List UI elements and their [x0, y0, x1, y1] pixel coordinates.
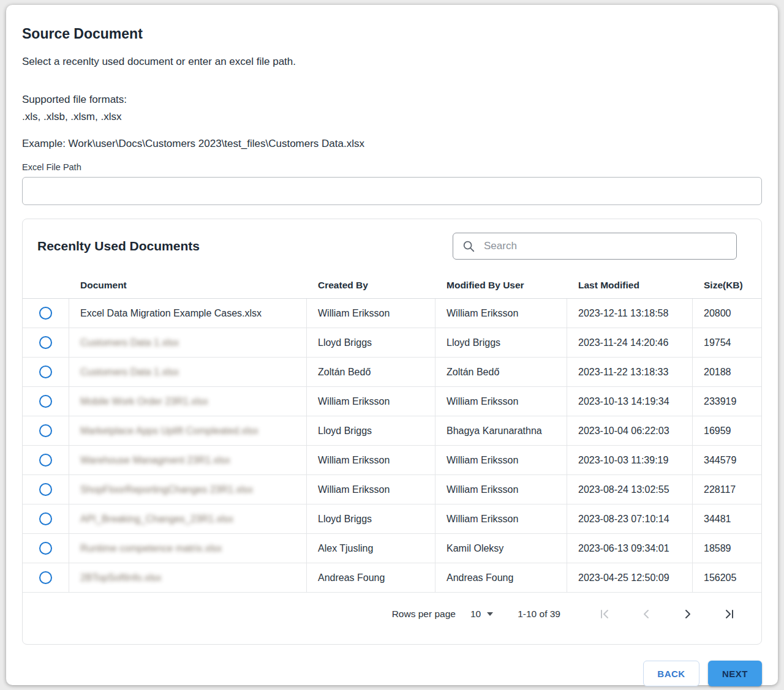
- radio-cell: [23, 416, 69, 445]
- document-name: Warehouse Managment 23R1.xlsx: [80, 455, 230, 466]
- recent-documents-title: Recenlty Used Documents: [37, 239, 200, 253]
- last-modified-cell: 2023-11-22 13:18:33: [567, 358, 693, 386]
- size-cell: 20800: [693, 299, 761, 328]
- modified-by-cell: Zoltán Bedő: [435, 358, 567, 386]
- column-header-last-modified: Last Modified: [567, 280, 693, 291]
- document-cell: Customers Data 1.xlsx: [69, 328, 307, 357]
- document-cell: Marketplace Apps Uplift Compleated.xlsx: [69, 416, 307, 445]
- modified-by-cell: William Eriksson: [435, 387, 567, 416]
- last-page-button[interactable]: [716, 601, 743, 628]
- size-cell: 156205: [693, 563, 761, 592]
- last-modified-cell: 2023-10-04 06:22:03: [567, 416, 693, 445]
- document-cell: Runtime competence matrix.xlsx: [69, 534, 307, 563]
- table-row: Mobile Work Order 23R1.xlsx William Erik…: [23, 387, 761, 416]
- document-name: Mobile Work Order 23R1.xlsx: [80, 396, 208, 407]
- last-modified-cell: 2023-06-13 09:34:01: [567, 534, 693, 563]
- last-modified-cell: 2023-11-24 14:20:46: [567, 328, 693, 357]
- row-radio-button[interactable]: [39, 571, 52, 584]
- file-path-input[interactable]: [22, 177, 762, 205]
- radio-cell: [23, 504, 69, 533]
- table-row: ShopFloorReportingChanges 23R1.xlsx Will…: [23, 475, 761, 504]
- created-by-cell: Lloyd Briggs: [307, 504, 435, 533]
- last-modified-cell: 2023-10-13 14:19:34: [567, 387, 693, 416]
- row-radio-button[interactable]: [39, 424, 52, 437]
- modified-by-cell: Bhagya Karunarathna: [435, 416, 567, 445]
- rows-per-page-select[interactable]: 10: [470, 609, 493, 620]
- size-cell: 18589: [693, 534, 761, 563]
- back-button[interactable]: BACK: [643, 661, 699, 686]
- modified-by-cell: William Eriksson: [435, 299, 567, 328]
- created-by-cell: Lloyd Briggs: [307, 416, 435, 445]
- pagination-bar: Rows per page 10 1-10 of 39: [23, 595, 761, 633]
- first-page-icon: [597, 607, 612, 621]
- document-name: Excel Data Migration Example Cases.xlsx: [80, 308, 262, 319]
- modified-by-cell: William Eriksson: [435, 446, 567, 474]
- next-page-button[interactable]: [674, 601, 701, 628]
- page-title: Source Document: [22, 26, 762, 42]
- size-cell: 19754: [693, 328, 761, 357]
- table-row: API_Breaking_Changes_23R1.xlsx Lloyd Bri…: [23, 504, 761, 534]
- row-radio-button[interactable]: [39, 454, 52, 467]
- created-by-cell: William Eriksson: [307, 475, 435, 504]
- created-by-cell: Zoltán Bedő: [307, 358, 435, 386]
- document-cell: Customers Data 1.xlsx: [69, 358, 307, 386]
- modified-by-cell: William Eriksson: [435, 475, 567, 504]
- document-name: Runtime competence matrix.xlsx: [80, 543, 222, 554]
- created-by-cell: Andreas Foung: [307, 563, 435, 592]
- size-cell: 20188: [693, 358, 761, 386]
- file-path-label: Excel File Path: [22, 162, 762, 172]
- document-cell: ShopFloorReportingChanges 23R1.xlsx: [69, 475, 307, 504]
- radio-cell: [23, 534, 69, 563]
- created-by-cell: Alex Tjusling: [307, 534, 435, 563]
- size-cell: 233919: [693, 387, 761, 416]
- document-name: API_Breaking_Changes_23R1.xlsx: [80, 514, 233, 525]
- last-modified-cell: 2023-04-25 12:50:09: [567, 563, 693, 592]
- source-document-card: Source Document Select a recenlty used d…: [6, 5, 778, 685]
- formats-label: Supported file formats:: [22, 94, 762, 106]
- radio-cell: [23, 475, 69, 504]
- column-header-document: Document: [69, 280, 307, 291]
- created-by-cell: Lloyd Briggs: [307, 328, 435, 357]
- column-header-created-by: Created By: [307, 280, 435, 291]
- column-header-size: Size(KB): [693, 280, 761, 291]
- document-cell: Mobile Work Order 23R1.xlsx: [69, 387, 307, 416]
- search-icon: [462, 239, 475, 253]
- row-radio-button[interactable]: [39, 483, 52, 496]
- table-row: Customers Data 1.xlsx Zoltán Bedő Zoltán…: [23, 358, 761, 387]
- recent-documents-panel: Recenlty Used Documents Document Created…: [22, 219, 762, 645]
- last-page-icon: [722, 607, 737, 621]
- row-radio-button[interactable]: [39, 366, 52, 378]
- document-cell: Excel Data Migration Example Cases.xlsx: [69, 299, 307, 328]
- search-input[interactable]: [483, 239, 728, 253]
- rows-per-page-label: Rows per page: [392, 609, 456, 620]
- table-row: 2BTopSoftInfo.xlsx Andreas Foung Andreas…: [23, 563, 761, 593]
- row-radio-button[interactable]: [39, 512, 52, 525]
- page-subtitle: Select a recenlty used document or enter…: [22, 56, 762, 68]
- next-button[interactable]: NEXT: [708, 661, 762, 686]
- radio-cell: [23, 387, 69, 416]
- modified-by-cell: Lloyd Briggs: [435, 328, 567, 357]
- last-modified-cell: 2023-10-03 11:39:19: [567, 446, 693, 474]
- pagination-range: 1-10 of 39: [518, 609, 560, 620]
- table-header-row: Document Created By Modified By User Las…: [23, 272, 761, 299]
- example-path: Example: Work\user\Docs\Customers 2023\t…: [22, 138, 762, 150]
- created-by-cell: William Eriksson: [307, 387, 435, 416]
- search-box[interactable]: [453, 233, 737, 260]
- size-cell: 16959: [693, 416, 761, 445]
- chevron-left-icon: [639, 607, 654, 621]
- row-radio-button[interactable]: [39, 336, 52, 349]
- chevron-right-icon: [680, 607, 695, 621]
- radio-cell: [23, 563, 69, 592]
- last-modified-cell: 2023-08-23 07:10:14: [567, 504, 693, 533]
- document-name: 2BTopSoftInfo.xlsx: [80, 572, 162, 583]
- document-name: ShopFloorReportingChanges 23R1.xlsx: [80, 484, 253, 495]
- table-row: Excel Data Migration Example Cases.xlsx …: [23, 299, 761, 328]
- row-radio-button[interactable]: [39, 395, 52, 408]
- row-radio-button[interactable]: [39, 307, 52, 320]
- modified-by-cell: Andreas Foung: [435, 563, 567, 592]
- first-page-button[interactable]: [591, 601, 618, 628]
- row-radio-button[interactable]: [39, 542, 52, 555]
- table-row: Marketplace Apps Uplift Compleated.xlsx …: [23, 416, 761, 446]
- previous-page-button[interactable]: [633, 601, 660, 628]
- document-name: Marketplace Apps Uplift Compleated.xlsx: [80, 426, 258, 437]
